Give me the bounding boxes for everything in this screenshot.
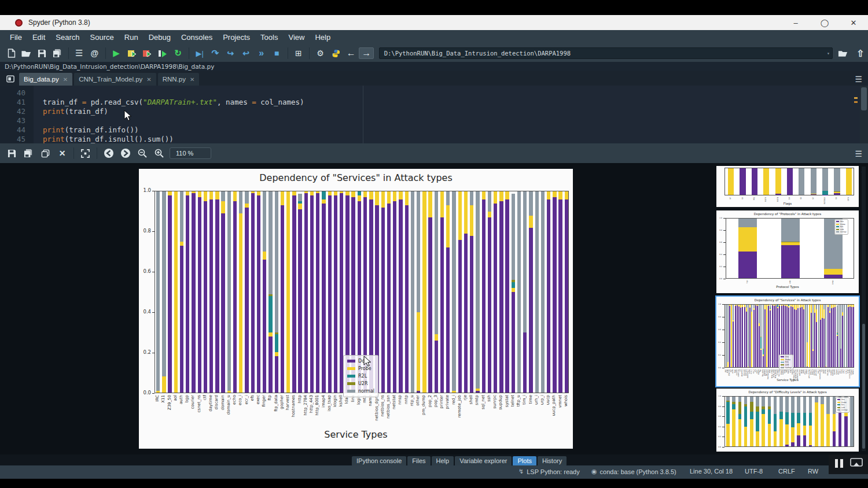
editor-warning-marker: [854, 101, 858, 103]
maximize-pane-icon[interactable]: ⊞: [291, 46, 307, 61]
menu-projects[interactable]: Projects: [218, 31, 255, 43]
bar-uucp_path: [553, 191, 556, 393]
close-button[interactable]: ✕: [839, 15, 868, 30]
editor-scrollbar-thumb[interactable]: [861, 87, 867, 110]
y-tick-label: 0.4: [708, 253, 722, 256]
previous-plot-icon[interactable]: [100, 145, 117, 161]
bar-ssh: [488, 191, 491, 393]
save-plot-icon[interactable]: [3, 145, 20, 161]
debug-step-in-icon[interactable]: ↪: [223, 46, 238, 61]
menu-file[interactable]: File: [5, 31, 27, 43]
thumbnails-scrollbar[interactable]: [862, 167, 866, 451]
bar-tim_i: [840, 305, 841, 367]
editor-tab-cnn_train_model.py[interactable]: CNN_Train_Model.py✕: [74, 73, 156, 86]
preferences-icon[interactable]: ⚙: [312, 46, 328, 61]
bar-uucp: [547, 191, 550, 393]
close-plot-icon[interactable]: ✕: [54, 145, 71, 161]
find-symbol-icon[interactable]: @: [87, 46, 102, 61]
y-tick-label: 0.0: [707, 367, 721, 369]
plot-thumbnail-protocols[interactable]: Dependency of "Protocols" in Attack type…: [716, 210, 859, 293]
plot-thumbnail-services-selected[interactable]: Dependency of "Services" in Attack types…: [716, 297, 859, 386]
bar-finger: [263, 191, 266, 393]
plot-thumbnail-difficulty[interactable]: Dependency of "Difficulty Levels" in Att…: [716, 389, 859, 452]
tab-close-icon[interactable]: ✕: [146, 76, 151, 83]
thumbnails-scrollbar-thumb[interactable]: [862, 324, 865, 449]
next-plot-icon[interactable]: [117, 145, 134, 161]
pause-icon[interactable]: [834, 459, 844, 470]
restart-kernel-icon[interactable]: ↻: [170, 46, 186, 61]
nav-back-icon[interactable]: ←: [343, 46, 359, 61]
run-cell-icon[interactable]: [124, 46, 139, 61]
debug-step-icon[interactable]: ↷: [207, 46, 223, 61]
open-dir-icon[interactable]: [835, 46, 851, 61]
pane-tab-plots[interactable]: Plots: [513, 456, 536, 466]
bar-echo: [749, 305, 751, 367]
zoom-out-icon[interactable]: [134, 145, 150, 161]
bar-http_443: [774, 305, 775, 367]
debug-stop-icon[interactable]: ■: [269, 46, 285, 61]
plot-thumbnail-flags[interactable]: SFS0REJRSTRRSTOSHS1S2RSTOS0S3OTHFlags: [716, 166, 859, 207]
line-number: 45: [2, 135, 25, 143]
letterbox-bottom: [0, 479, 868, 488]
menu-help[interactable]: Help: [310, 31, 336, 43]
save-all-plots-icon[interactable]: [20, 145, 37, 161]
debug-fast-forward-icon[interactable]: »: [253, 46, 269, 61]
editor-tab-rnn.py[interactable]: RNN.py✕: [158, 73, 200, 86]
profiler-icon[interactable]: ☰: [71, 46, 87, 61]
plots-options-icon[interactable]: ☰: [855, 149, 862, 158]
bar-pm_dump: [422, 191, 426, 393]
bar-aol: [731, 305, 732, 367]
tab-close-icon[interactable]: ✕: [63, 76, 68, 83]
plot-zoom-level[interactable]: 110 %: [170, 147, 211, 159]
zoom-in-icon[interactable]: [150, 145, 167, 161]
pane-tab-history[interactable]: History: [538, 456, 567, 466]
menu-search[interactable]: Search: [50, 31, 84, 43]
menu-source[interactable]: Source: [85, 31, 119, 43]
tabbar-options-icon[interactable]: ☰: [855, 75, 862, 84]
menu-tools[interactable]: Tools: [255, 31, 283, 43]
presentation-screen-icon[interactable]: [850, 458, 863, 471]
menu-run[interactable]: Run: [119, 31, 144, 43]
editor-scrollbar[interactable]: [860, 86, 868, 143]
python-env-icon[interactable]: [328, 46, 344, 61]
bar-http_2784: [772, 305, 773, 367]
bar-OTH: [846, 168, 852, 195]
menu-debug[interactable]: Debug: [144, 31, 176, 43]
menu-consoles[interactable]: Consoles: [176, 31, 218, 43]
menu-view[interactable]: View: [283, 31, 310, 43]
bar-daytime: [209, 191, 213, 393]
conda-icon: ◉: [591, 468, 597, 475]
fit-plot-icon[interactable]: [77, 145, 94, 161]
pane-tab-variable-explorer[interactable]: Variable explorer: [455, 456, 512, 466]
pane-tab-ipython-console[interactable]: IPython console: [352, 456, 406, 466]
editor-tab-big_data.py[interactable]: Big_data.py✕: [19, 73, 72, 86]
tab-close-icon[interactable]: ✕: [190, 76, 194, 83]
debug-continue-icon[interactable]: ▶|: [192, 46, 208, 61]
bar-6: [762, 397, 765, 446]
bar-S1: [799, 168, 804, 195]
run-cell-advance-icon[interactable]: [139, 46, 155, 61]
restore-button[interactable]: ◯︎: [810, 15, 839, 30]
new-file-icon[interactable]: [3, 46, 19, 61]
menu-edit[interactable]: Edit: [27, 31, 50, 43]
save-all-icon[interactable]: [50, 46, 65, 61]
working-directory-input[interactable]: D:\PythonRUN\Big_Data_Intrusion_detectio…: [379, 47, 833, 59]
breadcrumb-path: D:\PythonRUN\Big_Data_Intrusion_detectio…: [5, 63, 214, 70]
run-selection-icon[interactable]: [155, 46, 171, 61]
pane-tab-help[interactable]: Help: [432, 456, 454, 466]
debug-step-out-icon[interactable]: ↩: [238, 46, 254, 61]
bar-IRC: [726, 305, 727, 367]
open-file-icon[interactable]: [19, 46, 35, 61]
minimize-button[interactable]: –: [781, 15, 810, 30]
conda-env-status[interactable]: ◉conda: base (Python 3.8.5): [591, 468, 676, 475]
run-icon[interactable]: ▶: [109, 46, 124, 61]
save-icon[interactable]: [34, 46, 50, 61]
pane-tab-files[interactable]: Files: [407, 456, 430, 466]
bar-13: [803, 397, 807, 446]
parent-dir-icon[interactable]: ⇧: [852, 46, 868, 61]
nav-forward-icon[interactable]: →: [359, 46, 374, 61]
copy-plot-icon[interactable]: [37, 145, 54, 161]
browse-tabs-button[interactable]: [3, 72, 17, 85]
bar-discard: [215, 191, 219, 393]
permissions-status: RW: [808, 468, 818, 475]
